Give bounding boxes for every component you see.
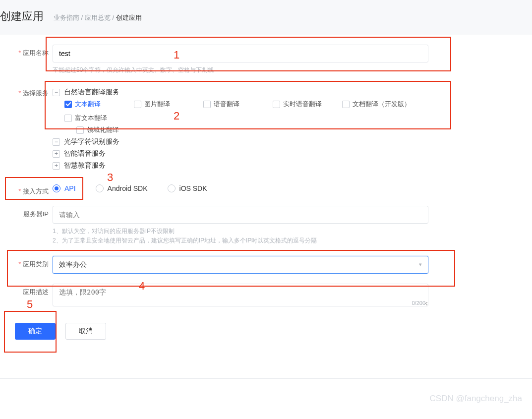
checkbox-label[interactable]: 文档翻译（开发版） [353,100,411,109]
row-server-ip: 服务器IP 1、默认为空，对访问的应用服务器IP不设限制 2、为了正常且安全地使… [5,206,532,245]
radio-icon [96,184,104,192]
radio-label: Android SDK [108,184,148,192]
expand-icon[interactable]: + [53,150,60,158]
page-title: 创建应用 [0,9,44,24]
label-select-service: 选择服务 [5,85,49,98]
checkbox-text-translate[interactable] [64,101,72,108]
radio-api[interactable]: API [53,184,76,192]
ok-button[interactable]: 确定 [15,323,56,340]
char-counter: 0/200 [412,300,425,306]
breadcrumb-current: 创建应用 [116,14,142,21]
app-name-input[interactable] [53,45,428,62]
annotation-number-1: 1 [174,49,179,61]
expand-icon[interactable]: + [53,162,60,170]
breadcrumb: 业务指南 / 应用总览 / 创建应用 [54,13,142,22]
row-access-method: 3 接入方式 API Android SDK iOS SDK [5,183,532,196]
label-app-desc: 应用描述 [5,284,49,297]
checkbox-label[interactable]: 语音翻译 [214,100,239,109]
radio-label: iOS SDK [179,184,207,192]
watermark: CSDN @fangcheng_zha [430,394,522,404]
breadcrumb-item[interactable]: 应用总览 [85,14,111,21]
checkbox-label[interactable]: 富文本翻译 [75,114,107,122]
service-group-label: 智能语音服务 [64,149,106,158]
label-access-method: 接入方式 [5,183,49,196]
annotation-number-3: 3 [107,171,113,184]
annotation-number-2: 2 [174,110,179,122]
app-desc-textarea[interactable] [53,284,428,306]
row-app-desc: 应用描述 0/200 [5,284,532,308]
checkbox-voice-translate[interactable] [203,101,211,108]
annotation-number-4: 4 [139,280,145,293]
label-app-name: 应用名称 [5,45,49,58]
label-app-category: 应用类别 [5,256,49,269]
checkbox-label[interactable]: 图片翻译 [144,100,170,109]
checkbox-image-translate[interactable] [134,101,141,108]
app-name-hint: 不能超过50个字符，仅允许输入中英文、数字、空格与下划线 [53,65,453,75]
collapse-icon[interactable]: − [53,89,60,96]
app-category-select[interactable]: 效率办公 ▾ [53,256,428,274]
checkbox-doc-translate[interactable] [342,101,350,108]
checkbox-richtext-translate[interactable] [64,115,72,122]
server-ip-input[interactable] [53,206,428,224]
server-ip-hint-1: 1、默认为空，对访问的应用服务器IP不设限制 [53,227,453,236]
checkbox-label[interactable]: 实时语音翻译 [283,100,322,109]
checkbox-realtime-voice[interactable] [273,101,280,108]
row-select-service: 选择服务 2 − 自然语言翻译服务 文本翻译 图片翻译 语音翻译 实时语音翻译 … [5,85,532,173]
radio-icon [168,184,176,192]
radio-ios-sdk[interactable]: iOS SDK [168,184,207,192]
service-group-label: 自然语言翻译服务 [64,88,119,97]
row-app-category: 4 应用类别 效率办公 ▾ [5,256,532,274]
cancel-button[interactable]: 取消 [65,323,106,340]
radio-icon [53,184,60,192]
select-value: 效率办公 [59,260,87,269]
radio-label: API [64,184,76,192]
checkbox-label[interactable]: 领域化翻译 [87,125,119,134]
service-group-label: 光学字符识别服务 [64,137,119,146]
server-ip-hint-2: 2、为了正常且安全地使用智云产品，建议您填写正确的IP地址，输入多个IP时以英文… [53,236,453,245]
row-app-name: 应用名称 1 不能超过50个字符，仅允许输入中英文、数字、空格与下划线 [5,45,532,75]
breadcrumb-item[interactable]: 业务指南 [54,14,79,21]
checkbox-label[interactable]: 文本翻译 [75,100,101,109]
service-group-label: 智慧教育服务 [64,161,106,170]
label-server-ip: 服务器IP [5,206,49,219]
collapse-icon[interactable]: − [53,138,60,146]
annotation-number-5: 5 [27,298,33,311]
radio-android-sdk[interactable]: Android SDK [96,184,148,192]
chevron-down-icon: ▾ [419,261,422,268]
page-header: 创建应用 业务指南 / 应用总览 / 创建应用 [0,0,532,35]
checkbox-domain-translate[interactable] [76,126,84,134]
